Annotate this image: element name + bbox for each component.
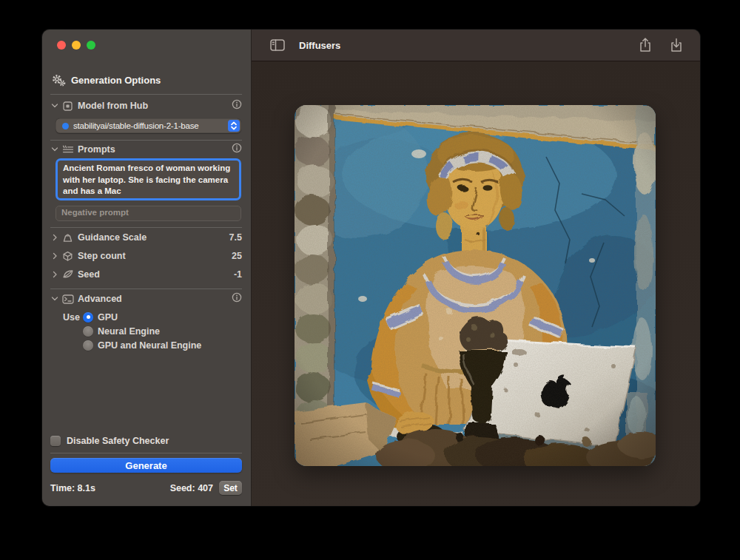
param-label: Guidance Scale — [78, 232, 147, 243]
model-section-header[interactable]: Model from Hub — [50, 100, 242, 112]
app-window: Generation Options Model from Hub — [42, 30, 700, 506]
param-value: -1 — [234, 269, 242, 280]
divider — [50, 453, 242, 453]
sidebar: Generation Options Model from Hub — [42, 30, 252, 506]
info-icon[interactable] — [232, 99, 242, 112]
radio-label: GPU and Neural Engine — [98, 340, 201, 351]
compute-option-neural-engine[interactable]: Neural Engine — [63, 325, 240, 337]
model-section-label: Model from Hub — [78, 101, 148, 111]
safety-checker-label: Disable Safety Checker — [67, 436, 169, 446]
titlebar: Diffusers — [252, 30, 700, 61]
model-select[interactable]: stabilityai/stable-diffusion-2-1-base — [56, 118, 241, 133]
leaf-icon — [62, 269, 77, 280]
chevron-down-icon[interactable] — [50, 145, 60, 154]
model-select-value: stabilityai/stable-diffusion-2-1-base — [73, 121, 228, 130]
radio-label: GPU — [98, 312, 118, 323]
stack-3d-icon — [62, 251, 77, 262]
param-value: 25 — [232, 251, 242, 261]
screen: Generation Options Model from Hub — [0, 0, 740, 560]
model-status-dot — [62, 123, 69, 129]
negative-prompt-placeholder: Negative prompt — [61, 208, 129, 217]
param-label: Seed — [78, 269, 100, 280]
advanced-section-label: Advanced — [78, 294, 122, 304]
up-down-chevrons-icon[interactable] — [228, 120, 240, 132]
result-seed: Seed: 407 — [170, 483, 213, 493]
set-seed-button[interactable]: Set — [219, 481, 242, 495]
divider — [50, 289, 242, 289]
generate-button-label: Generate — [125, 460, 166, 471]
canvas-area — [252, 61, 700, 506]
prompts-section-label: Prompts — [78, 144, 115, 155]
param-row-guidance-scale[interactable]: Guidance Scale 7.5 — [50, 232, 242, 243]
info-icon[interactable] — [232, 292, 242, 306]
chevron-down-icon[interactable] — [50, 294, 60, 303]
terminal-icon — [62, 294, 77, 304]
zoom-button[interactable] — [87, 41, 95, 50]
param-row-step-count[interactable]: Step count 25 — [50, 250, 242, 262]
text-quote-icon — [62, 144, 77, 155]
divider — [50, 227, 242, 228]
prompt-textarea[interactable]: Ancient Roman fresco of woman working wi… — [56, 158, 241, 200]
sidebar-header: Generation Options — [52, 74, 251, 87]
param-label: Step count — [78, 251, 126, 261]
info-icon[interactable] — [232, 143, 242, 156]
chevron-right-icon[interactable] — [50, 233, 60, 242]
gears-icon — [52, 74, 66, 87]
radio-label: Neural Engine — [98, 326, 160, 337]
main-panel: Diffusers — [252, 30, 700, 506]
compute-option-gpu[interactable]: Use GPU — [63, 311, 240, 323]
save-icon[interactable] — [667, 36, 685, 54]
status-bar: Time: 8.1s Seed: 407 Set — [50, 481, 242, 495]
radio-neural-engine[interactable] — [83, 326, 93, 337]
window-title: Diffusers — [299, 40, 340, 51]
sidebar-header-label: Generation Options — [71, 75, 161, 86]
compute-option-gpu-and-neural-engine[interactable]: GPU and Neural Engine — [63, 340, 240, 351]
cube-icon — [62, 101, 77, 112]
safety-checker-row[interactable]: Disable Safety Checker — [50, 435, 242, 447]
prompt-text: Ancient Roman fresco of woman working wi… — [63, 163, 230, 195]
param-value: 7.5 — [229, 232, 242, 243]
generate-button[interactable]: Generate — [50, 458, 242, 473]
minimize-button[interactable] — [72, 41, 81, 50]
param-row-seed[interactable]: Seed -1 — [50, 269, 242, 280]
safety-checker-checkbox[interactable] — [50, 436, 61, 446]
radio-gpu-and-neural-engine[interactable] — [83, 340, 93, 351]
share-icon[interactable] — [636, 36, 654, 54]
chevron-right-icon[interactable] — [50, 270, 60, 279]
negative-prompt-input[interactable]: Negative prompt — [56, 206, 241, 221]
use-label: Use — [63, 312, 83, 323]
close-button[interactable] — [57, 41, 66, 50]
advanced-section-header[interactable]: Advanced — [50, 293, 242, 305]
window-controls — [57, 41, 95, 50]
generated-image[interactable] — [295, 105, 656, 466]
prompts-section-header[interactable]: Prompts — [50, 144, 242, 155]
divider — [50, 140, 242, 141]
divider — [50, 94, 242, 95]
weight-icon — [62, 232, 77, 243]
generation-time: Time: 8.1s — [50, 483, 95, 493]
chevron-right-icon[interactable] — [50, 252, 60, 260]
radio-gpu[interactable] — [83, 312, 93, 323]
sidebar-toggle-icon[interactable] — [269, 36, 286, 54]
set-seed-button-label: Set — [223, 483, 238, 493]
chevron-down-icon[interactable] — [50, 101, 60, 110]
